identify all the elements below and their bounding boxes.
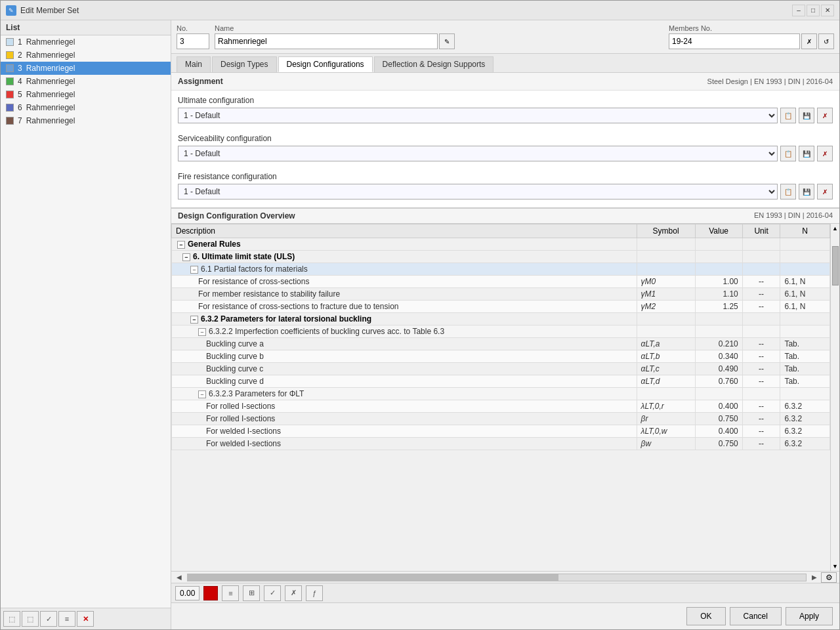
config-select-serviceability[interactable]: 1 - Default xyxy=(178,146,778,161)
list-item[interactable]: 6Rahmenriegel xyxy=(1,101,171,114)
members-select-btn[interactable]: ✗ xyxy=(801,33,817,49)
cell-symbol xyxy=(637,263,695,276)
scrollbar-thumb[interactable] xyxy=(832,246,839,285)
config-edit-btn[interactable]: 📋 xyxy=(780,184,796,200)
expand-icon[interactable]: − xyxy=(198,390,206,398)
config-delete-btn[interactable]: ✗ xyxy=(817,146,833,161)
table-row[interactable]: For welded I-sectionsβw0.750--6.3.2 xyxy=(172,438,830,450)
list-item-color xyxy=(6,104,14,112)
vertical-scrollbar[interactable]: ▲ ▼ xyxy=(830,224,839,571)
config-edit-btn[interactable]: 📋 xyxy=(780,146,796,161)
color-btn[interactable] xyxy=(203,586,218,600)
config-copy-btn[interactable]: 💾 xyxy=(799,108,814,123)
table-row[interactable]: For resistance of cross-sectionsγM01.00-… xyxy=(172,276,830,288)
symbol-btn[interactable]: ≡ xyxy=(222,585,239,601)
table-row[interactable]: For member resistance to stability failu… xyxy=(172,288,830,301)
table-row[interactable]: For resistance of cross-sections to frac… xyxy=(172,301,830,313)
cell-unit: -- xyxy=(742,363,780,375)
table-row[interactable]: −6. Ultimate limit state (ULS) xyxy=(172,251,830,263)
cell-description: For resistance of cross-sections to frac… xyxy=(172,301,637,313)
cell-symbol xyxy=(637,326,695,338)
tab-deflection[interactable]: Deflection & Design Supports xyxy=(374,56,494,72)
config-edit-btn[interactable]: 📋 xyxy=(780,108,796,123)
tab-main[interactable]: Main xyxy=(177,56,211,72)
x-btn[interactable]: ✗ xyxy=(285,585,302,601)
config-select-ultimate[interactable]: 1 - Default xyxy=(178,108,778,123)
scroll-left-btn[interactable]: ◀ xyxy=(174,572,184,582)
table-row[interactable]: −6.3.2.2 Imperfection coefficients of bu… xyxy=(172,326,830,338)
minimize-button[interactable]: – xyxy=(792,5,805,16)
no-input[interactable] xyxy=(177,33,209,49)
list-item-label: Rahmenriegel xyxy=(26,116,75,125)
table-row[interactable]: Buckling curve dαLT,d0.760--Tab. xyxy=(172,375,830,388)
table-wrapper[interactable]: Description Symbol Value Unit N −General… xyxy=(171,224,830,571)
tab-design_config[interactable]: Design Configurations xyxy=(278,56,373,72)
table-row[interactable]: Buckling curve bαLT,b0.340--Tab. xyxy=(172,350,830,363)
list-header: List xyxy=(1,20,171,35)
list-item[interactable]: 1Rahmenriegel xyxy=(1,35,171,49)
members-input[interactable] xyxy=(669,33,800,49)
config-copy-btn[interactable]: 💾 xyxy=(799,184,814,200)
expand-icon[interactable]: − xyxy=(190,266,198,274)
cell-description: −6.3.2.2 Imperfection coefficients of bu… xyxy=(172,326,637,338)
expand-icon[interactable]: − xyxy=(182,253,190,261)
table-row[interactable]: Buckling curve cαLT,c0.490--Tab. xyxy=(172,363,830,375)
config-copy-btn[interactable]: 💾 xyxy=(799,146,814,161)
table-row[interactable]: −6.1 Partial factors for materials xyxy=(172,263,830,276)
table-settings-btn[interactable]: ⚙ xyxy=(821,572,837,583)
list-item[interactable]: 7Rahmenriegel xyxy=(1,114,171,127)
expand-icon[interactable]: − xyxy=(190,316,198,324)
name-edit-btn[interactable]: ✎ xyxy=(439,33,455,49)
apply-button[interactable]: Apply xyxy=(786,607,833,625)
cell-note: 6.1, N xyxy=(780,301,830,313)
scroll-right-btn[interactable]: ▶ xyxy=(809,572,820,582)
cell-unit: -- xyxy=(742,438,780,450)
name-input[interactable] xyxy=(215,33,438,49)
table-row[interactable]: For welded I-sectionsλLT,0,w0.400--6.3.2 xyxy=(172,425,830,438)
table-row[interactable]: −6.3.2 Parameters for lateral torsional … xyxy=(172,313,830,326)
cell-symbol xyxy=(637,251,695,263)
grid-btn[interactable]: ⊞ xyxy=(243,585,260,601)
list-item-number: 6 xyxy=(18,103,22,112)
list-item[interactable]: 5Rahmenriegel xyxy=(1,88,171,101)
cell-symbol: αLT,c xyxy=(637,363,695,375)
select-btn[interactable]: ≡ xyxy=(58,611,75,627)
table-row[interactable]: For rolled I-sectionsβr0.750--6.3.2 xyxy=(172,413,830,425)
cell-description: For rolled I-sections xyxy=(172,413,637,425)
list-item[interactable]: 2Rahmenriegel xyxy=(1,49,171,62)
list-item[interactable]: 4Rahmenriegel xyxy=(1,75,171,88)
expand-icon[interactable]: − xyxy=(198,328,206,336)
close-button[interactable]: ✕ xyxy=(821,5,834,16)
table-row[interactable]: −General Rules xyxy=(172,238,830,251)
cancel-button[interactable]: Cancel xyxy=(730,607,782,625)
table-row[interactable]: Buckling curve aαLT,a0.210--Tab. xyxy=(172,338,830,350)
tab-design_types[interactable]: Design Types xyxy=(212,56,277,72)
config-select-fire_resistance[interactable]: 1 - Default xyxy=(178,184,778,200)
list-item-label: Rahmenriegel xyxy=(26,90,75,99)
cell-value: 0.400 xyxy=(695,425,742,438)
add-btn[interactable]: ⬚ xyxy=(3,611,20,627)
table-row[interactable]: For rolled I-sectionsλLT,0,r0.400--6.3.2 xyxy=(172,400,830,413)
config-delete-btn[interactable]: ✗ xyxy=(817,108,833,123)
check-btn[interactable]: ✓ xyxy=(40,611,57,627)
config-row: 1 - Default📋💾✗ xyxy=(178,184,833,200)
cell-symbol: λLT,0,w xyxy=(637,425,695,438)
name-field: Name ✎ xyxy=(215,24,455,49)
config-delete-btn[interactable]: ✗ xyxy=(817,184,833,200)
cell-description: −6.3.2 Parameters for lateral torsional … xyxy=(172,313,637,326)
table-row[interactable]: −6.3.2.3 Parameters for ΦLT xyxy=(172,388,830,400)
horizontal-scrollbar[interactable]: ◀ ▶ ⚙ xyxy=(171,571,839,583)
func-btn[interactable]: ƒ xyxy=(306,585,323,601)
ok-button[interactable]: OK xyxy=(686,607,725,625)
no-label: No. xyxy=(177,24,209,32)
delete-btn[interactable]: ✕ xyxy=(77,611,94,627)
check2-btn[interactable]: ✓ xyxy=(264,585,281,601)
maximize-button[interactable]: □ xyxy=(807,5,820,16)
list-item-label: Rahmenriegel xyxy=(26,64,75,73)
cell-note: Tab. xyxy=(780,338,830,350)
copy-btn[interactable]: ⬚ xyxy=(22,611,39,627)
cell-value: 0.340 xyxy=(695,350,742,363)
members-reset-btn[interactable]: ↺ xyxy=(818,33,834,49)
expand-icon[interactable]: − xyxy=(177,241,185,249)
list-item[interactable]: 3Rahmenriegel xyxy=(1,62,171,75)
